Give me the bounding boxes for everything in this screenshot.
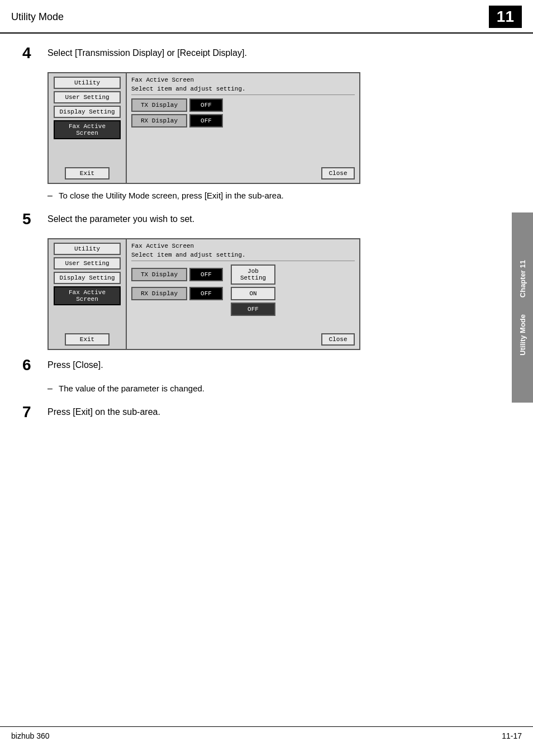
screen1-fax-active-screen-btn[interactable]: Fax Active Screen (54, 120, 121, 139)
screen1-right-panel: Fax Active Screen Select item and adjust… (127, 73, 359, 183)
step-6-number: 6 (22, 357, 47, 374)
step-5: 5 Select the parameter you wish to set. (22, 211, 511, 228)
screen1-row-tx: TX Display OFF (131, 98, 355, 112)
screen2-tx-value[interactable]: OFF (189, 268, 223, 281)
screen2-right-panel: Fax Active Screen Select item and adjust… (127, 239, 359, 349)
screen1-close-btn[interactable]: Close (321, 167, 355, 179)
screen2-user-setting-btn[interactable]: User Setting (54, 257, 121, 270)
screen1-tx-value[interactable]: OFF (189, 98, 223, 112)
step-7-text: Press [Exit] on the sub-area. (47, 404, 511, 417)
chapter-label: Chapter 11 (518, 260, 527, 297)
screen2-job-setting-btn[interactable]: Job Setting (231, 264, 275, 285)
step-4: 4 Select [Transmission Display] or [Rece… (22, 45, 511, 62)
screen1-exit-btn[interactable]: Exit (65, 167, 110, 179)
mode-label: Utility Mode (518, 314, 527, 356)
step-7-number: 7 (22, 404, 47, 421)
screen1-user-setting-btn[interactable]: User Setting (54, 91, 121, 103)
screen2-rx-value[interactable]: OFF (189, 287, 223, 300)
screen2-left-panel: Utility User Setting Display Setting Fax… (49, 239, 127, 349)
screen1-header-line2: Select item and adjust setting. (131, 86, 355, 92)
screen2-header-line1: Fax Active Screen (131, 243, 355, 249)
screen2-divider (131, 261, 355, 261)
screen2-display-setting-btn[interactable]: Display Setting (54, 272, 121, 284)
step-6-sub-text: The value of the parameter is changed. (59, 384, 204, 393)
page-title: Utility Mode (11, 11, 64, 23)
screen1-utility-btn[interactable]: Utility (54, 77, 121, 89)
step-4-text: Select [Transmission Display] or [Receip… (47, 45, 511, 58)
screen1-divider (131, 94, 355, 95)
screen2-row-rx: RX Display OFF ON (131, 287, 355, 300)
step-4-number: 4 (22, 45, 47, 62)
screen1-row-rx: RX Display OFF (131, 114, 355, 127)
screen2-fax-active-screen-btn[interactable]: Fax Active Screen (54, 286, 121, 305)
screen-mockup-1: Utility User Setting Display Setting Fax… (47, 72, 360, 184)
step-7: 7 Press [Exit] on the sub-area. (22, 404, 511, 421)
main-content: 4 Select [Transmission Display] or [Rece… (0, 45, 533, 453)
screen2-off-btn[interactable]: OFF (231, 303, 275, 316)
step-6-sub: – The value of the parameter is changed. (47, 384, 511, 394)
screen1-rx-value[interactable]: OFF (189, 114, 223, 127)
screen1-display-setting-btn[interactable]: Display Setting (54, 106, 121, 118)
screen-mockup-2: Utility User Setting Display Setting Fax… (47, 238, 360, 350)
screen2-utility-btn[interactable]: Utility (54, 243, 121, 255)
step-5-number: 5 (22, 211, 47, 228)
step-4-sub: – To close the Utility Mode screen, pres… (47, 191, 511, 201)
screen1-header-line1: Fax Active Screen (131, 77, 355, 83)
screen2-row-off: OFF (131, 303, 355, 316)
screen2-exit-btn[interactable]: Exit (65, 333, 110, 346)
right-sidebar: Chapter 11 Utility Mode (512, 212, 533, 403)
screen1-rx-label[interactable]: RX Display (131, 114, 187, 127)
screen1-left-panel: Utility User Setting Display Setting Fax… (49, 73, 127, 183)
page-header: Utility Mode 11 (0, 0, 533, 34)
screen2-tx-label[interactable]: TX Display (131, 268, 187, 281)
screen2-row-tx: TX Display OFF Job Setting (131, 264, 355, 285)
screen2-close-btn[interactable]: Close (321, 333, 355, 346)
step-6-text: Press [Close]. (47, 357, 511, 370)
step-4-sub-text: To close the Utility Mode screen, press … (59, 191, 284, 200)
screen2-rx-label[interactable]: RX Display (131, 287, 187, 300)
screen1-tx-label[interactable]: TX Display (131, 98, 187, 112)
chapter-number: 11 (489, 6, 522, 28)
screen2-header-line2: Select item and adjust setting. (131, 252, 355, 258)
step-5-text: Select the parameter you wish to set. (47, 211, 511, 224)
footer-right: 11-17 (502, 731, 522, 740)
footer-left: bizhub 360 (11, 731, 50, 740)
step-6: 6 Press [Close]. (22, 357, 511, 374)
screen2-on-btn[interactable]: ON (231, 287, 275, 300)
page-footer: bizhub 360 11-17 (0, 726, 533, 745)
